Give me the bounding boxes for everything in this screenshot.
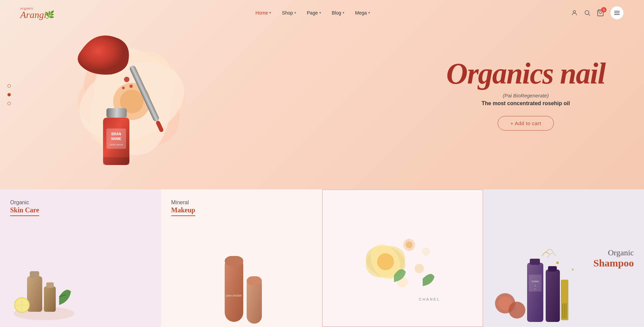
nav-icons: 0 xyxy=(571,6,624,20)
card-category-makeup: Mineral xyxy=(171,200,195,206)
search-button[interactable] xyxy=(584,9,591,16)
svg-point-0 xyxy=(573,10,576,13)
carousel-dot-1[interactable] xyxy=(7,84,11,88)
chevron-down-icon: ▾ xyxy=(319,11,321,15)
makeup-illustration: jane iredale xyxy=(208,239,275,327)
svg-point-42 xyxy=(415,264,424,273)
svg-rect-65 xyxy=(566,303,567,319)
carousel-dots xyxy=(7,84,11,105)
svg-rect-64 xyxy=(564,303,565,319)
svg-rect-54 xyxy=(527,263,543,322)
card-name-makeup: Makeup xyxy=(171,206,195,216)
svg-rect-27 xyxy=(44,286,56,312)
svg-text:NAME: NAME xyxy=(111,137,121,141)
svg-point-22 xyxy=(129,85,133,88)
card-name-shampoo: Shampoo xyxy=(593,257,634,268)
nav-link-mega[interactable]: Mega ▾ xyxy=(355,10,370,16)
svg-text:E: E xyxy=(534,285,536,287)
feature-card-content: CHANEL xyxy=(323,190,482,326)
nav-item-home[interactable]: Home ▾ xyxy=(255,10,271,16)
svg-point-53 xyxy=(509,302,525,319)
card-label-shampoo: Organic Shampoo xyxy=(593,248,634,268)
navbar: organic Arangi 🌿 Home ▾ Shop ▾ Page ▾ xyxy=(0,0,644,25)
logo-leaf-icon: 🌿 xyxy=(45,10,54,19)
nav-item-shop[interactable]: Shop ▾ xyxy=(282,10,296,16)
cart-button[interactable]: 0 xyxy=(597,9,604,17)
carousel-dot-2[interactable] xyxy=(7,93,11,96)
svg-point-40 xyxy=(377,253,394,270)
svg-rect-60 xyxy=(546,270,560,322)
svg-text:CHANEL: CHANEL xyxy=(419,297,440,301)
svg-point-67 xyxy=(572,268,574,271)
product-card-skincare[interactable]: Organic Skin Care xyxy=(0,189,161,327)
hero-section: BRAN NAME Lorem Ipsum xyxy=(0,0,644,189)
chevron-down-icon: ▾ xyxy=(343,11,344,15)
svg-text:Lorem Ipsum: Lorem Ipsum xyxy=(109,143,123,146)
product-grid: Organic Skin Care xyxy=(0,189,644,327)
shampoo-illustration: FORM E C xyxy=(490,236,578,327)
svg-point-23 xyxy=(122,87,125,89)
menu-line-2 xyxy=(614,13,620,13)
svg-rect-61 xyxy=(548,266,557,272)
product-card-makeup[interactable]: Mineral Makeup jane iredale xyxy=(161,189,322,327)
product-card-shampoo[interactable]: Organic Shampoo FORM E C xyxy=(483,189,644,327)
nav-link-shop[interactable]: Shop ▾ xyxy=(282,10,296,16)
skincare-illustration xyxy=(7,242,81,327)
svg-point-21 xyxy=(124,77,129,82)
svg-rect-55 xyxy=(530,259,540,265)
nav-links: Home ▾ Shop ▾ Page ▾ Blog ▾ Mega xyxy=(255,10,370,16)
menu-line-3 xyxy=(614,14,620,15)
account-button[interactable] xyxy=(571,9,578,16)
svg-text:FORM: FORM xyxy=(531,280,539,283)
menu-line-1 xyxy=(614,11,620,11)
hero-product-illustration: BRAN NAME Lorem Ipsum xyxy=(27,3,257,189)
nav-link-blog[interactable]: Blog ▾ xyxy=(332,10,344,16)
svg-rect-12 xyxy=(106,108,127,118)
svg-rect-35 xyxy=(247,276,262,286)
chevron-down-icon: ▾ xyxy=(368,11,370,15)
logo-brand-name: Arangi xyxy=(20,10,47,20)
card-name-skincare: Skin Care xyxy=(10,206,39,216)
nav-item-blog[interactable]: Blog ▾ xyxy=(332,10,344,16)
chevron-down-icon: ▾ xyxy=(294,11,296,15)
card-label-makeup: Mineral Makeup xyxy=(171,200,195,216)
card-label-skincare: Organic Skin Care xyxy=(10,200,39,216)
cart-badge: 0 xyxy=(601,7,606,13)
carousel-dot-3[interactable] xyxy=(7,102,11,105)
svg-point-1 xyxy=(585,10,589,15)
svg-point-49 xyxy=(406,241,413,248)
logo[interactable]: organic Arangi 🌿 xyxy=(20,6,54,20)
hero-subtitle: (Pai BioRegenerate) xyxy=(441,93,610,98)
svg-line-2 xyxy=(589,14,590,16)
menu-button[interactable] xyxy=(610,6,624,20)
svg-text:C: C xyxy=(534,288,536,290)
nav-item-page[interactable]: Page ▾ xyxy=(307,10,321,16)
nav-link-home[interactable]: Home ▾ xyxy=(255,10,271,16)
svg-rect-26 xyxy=(30,271,39,278)
svg-rect-28 xyxy=(46,282,54,288)
add-to-cart-button[interactable]: + Add to cart xyxy=(498,116,553,131)
card-category-shampoo: Organic xyxy=(593,248,634,257)
hero-text: Organics nail (Pai BioRegenerate) The mo… xyxy=(441,59,610,131)
svg-rect-33 xyxy=(225,256,243,266)
svg-point-66 xyxy=(556,261,559,264)
hero-description: The most concentrated rosehip oil xyxy=(441,100,610,107)
card-category-skincare: Organic xyxy=(10,200,39,206)
svg-rect-63 xyxy=(562,303,563,319)
chevron-down-icon: ▾ xyxy=(269,11,271,15)
hero-title: Organics nail xyxy=(441,59,610,89)
nav-link-page[interactable]: Page ▾ xyxy=(307,10,321,16)
svg-rect-18 xyxy=(103,157,129,165)
product-card-feature[interactable]: CHANEL xyxy=(322,189,483,327)
svg-text:jane iredale: jane iredale xyxy=(225,294,242,297)
svg-text:BRAN: BRAN xyxy=(112,132,121,136)
svg-point-44 xyxy=(422,248,430,256)
nav-item-mega[interactable]: Mega ▾ xyxy=(355,10,370,16)
